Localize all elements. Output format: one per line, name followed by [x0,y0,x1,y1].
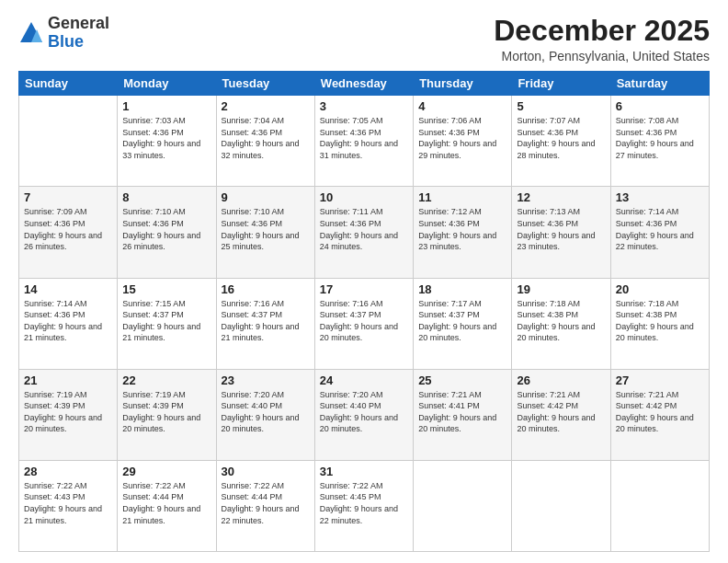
day-info: Sunrise: 7:22 AMSunset: 4:44 PMDaylight:… [122,480,210,526]
calendar-cell: 6Sunrise: 7:08 AMSunset: 4:36 PMDaylight… [610,96,709,187]
day-info: Sunrise: 7:18 AMSunset: 4:38 PMDaylight:… [517,298,605,344]
day-number: 17 [320,282,408,296]
day-info: Sunrise: 7:07 AMSunset: 4:36 PMDaylight:… [517,115,605,161]
day-number: 30 [222,465,310,478]
location: Morton, Pennsylvania, United States [494,49,710,63]
day-info: Sunrise: 7:20 AMSunset: 4:40 PMDaylight:… [320,389,408,435]
day-number: 18 [418,282,506,296]
day-info: Sunrise: 7:16 AMSunset: 4:37 PMDaylight:… [222,298,310,344]
day-number: 29 [122,465,210,478]
day-number: 26 [517,373,605,387]
day-number: 27 [616,373,704,387]
calendar-cell: 8Sunrise: 7:10 AMSunset: 4:36 PMDaylight… [118,187,216,278]
day-info: Sunrise: 7:22 AMSunset: 4:43 PMDaylight:… [24,480,112,526]
calendar-cell: 3Sunrise: 7:05 AMSunset: 4:36 PMDaylight… [314,96,413,187]
day-info: Sunrise: 7:14 AMSunset: 4:36 PMDaylight:… [24,298,112,344]
week-row-3: 21Sunrise: 7:19 AMSunset: 4:39 PMDayligh… [19,369,710,460]
calendar-cell: 19Sunrise: 7:18 AMSunset: 4:38 PMDayligh… [512,278,610,369]
day-info: Sunrise: 7:17 AMSunset: 4:37 PMDaylight:… [418,298,506,344]
day-info: Sunrise: 7:19 AMSunset: 4:39 PMDaylight:… [122,389,210,435]
page: General Blue December 2025 Morton, Penns… [0,0,728,563]
day-number: 24 [320,373,408,387]
day-number: 5 [517,99,605,113]
calendar-cell: 14Sunrise: 7:14 AMSunset: 4:36 PMDayligh… [19,278,118,369]
calendar-cell: 26Sunrise: 7:21 AMSunset: 4:42 PMDayligh… [512,369,610,460]
header: General Blue December 2025 Morton, Penns… [18,15,710,63]
day-info: Sunrise: 7:05 AMSunset: 4:36 PMDaylight:… [320,115,408,161]
day-info: Sunrise: 7:10 AMSunset: 4:36 PMDaylight:… [122,206,210,252]
header-saturday: Saturday [610,72,709,96]
day-number: 10 [320,190,408,204]
header-friday: Friday [512,72,610,96]
day-number: 21 [24,373,112,387]
day-number: 12 [517,190,605,204]
day-info: Sunrise: 7:13 AMSunset: 4:36 PMDaylight:… [517,206,605,252]
calendar-header-row: SundayMondayTuesdayWednesdayThursdayFrid… [19,72,710,96]
calendar-cell: 22Sunrise: 7:19 AMSunset: 4:39 PMDayligh… [118,369,216,460]
day-number: 6 [616,99,704,113]
calendar-cell [19,96,118,187]
day-number: 16 [222,282,310,296]
title-area: December 2025 Morton, Pennsylvania, Unit… [494,15,710,63]
header-monday: Monday [118,72,216,96]
calendar-cell: 2Sunrise: 7:04 AMSunset: 4:36 PMDaylight… [216,96,314,187]
day-info: Sunrise: 7:20 AMSunset: 4:40 PMDaylight:… [222,389,310,435]
calendar-cell: 5Sunrise: 7:07 AMSunset: 4:36 PMDaylight… [512,96,610,187]
day-number: 1 [122,99,210,113]
day-number: 11 [418,190,506,204]
logo-blue-text: Blue [48,32,84,51]
day-info: Sunrise: 7:11 AMSunset: 4:36 PMDaylight:… [320,206,408,252]
calendar-cell: 23Sunrise: 7:20 AMSunset: 4:40 PMDayligh… [216,369,314,460]
month-title: December 2025 [494,15,710,47]
day-info: Sunrise: 7:16 AMSunset: 4:37 PMDaylight:… [320,298,408,344]
calendar-cell: 24Sunrise: 7:20 AMSunset: 4:40 PMDayligh… [314,369,413,460]
calendar-cell: 12Sunrise: 7:13 AMSunset: 4:36 PMDayligh… [512,187,610,278]
day-number: 28 [24,465,112,478]
day-number: 2 [222,99,310,113]
calendar-cell: 17Sunrise: 7:16 AMSunset: 4:37 PMDayligh… [314,278,413,369]
day-info: Sunrise: 7:09 AMSunset: 4:36 PMDaylight:… [24,206,112,252]
day-info: Sunrise: 7:14 AMSunset: 4:36 PMDaylight:… [616,206,704,252]
day-number: 4 [418,99,506,113]
calendar-cell: 10Sunrise: 7:11 AMSunset: 4:36 PMDayligh… [314,187,413,278]
day-number: 13 [616,190,704,204]
day-info: Sunrise: 7:04 AMSunset: 4:36 PMDaylight:… [222,115,310,161]
day-number: 15 [122,282,210,296]
calendar-cell: 28Sunrise: 7:22 AMSunset: 4:43 PMDayligh… [19,460,118,551]
calendar-cell: 20Sunrise: 7:18 AMSunset: 4:38 PMDayligh… [610,278,709,369]
day-number: 31 [320,465,408,478]
day-info: Sunrise: 7:22 AMSunset: 4:45 PMDaylight:… [320,480,408,526]
logo-icon [18,20,44,46]
day-number: 14 [24,282,112,296]
day-number: 23 [222,373,310,387]
calendar-cell: 1Sunrise: 7:03 AMSunset: 4:36 PMDaylight… [118,96,216,187]
week-row-4: 28Sunrise: 7:22 AMSunset: 4:43 PMDayligh… [19,460,710,551]
day-info: Sunrise: 7:19 AMSunset: 4:39 PMDaylight:… [24,389,112,435]
day-info: Sunrise: 7:18 AMSunset: 4:38 PMDaylight:… [616,298,704,344]
calendar-cell: 25Sunrise: 7:21 AMSunset: 4:41 PMDayligh… [414,369,512,460]
calendar-cell: 16Sunrise: 7:16 AMSunset: 4:37 PMDayligh… [216,278,314,369]
logo: General Blue [18,15,109,52]
day-number: 19 [517,282,605,296]
week-row-1: 7Sunrise: 7:09 AMSunset: 4:36 PMDaylight… [19,187,710,278]
day-number: 22 [122,373,210,387]
calendar-cell: 30Sunrise: 7:22 AMSunset: 4:44 PMDayligh… [216,460,314,551]
day-number: 8 [122,190,210,204]
calendar-cell: 27Sunrise: 7:21 AMSunset: 4:42 PMDayligh… [610,369,709,460]
week-row-2: 14Sunrise: 7:14 AMSunset: 4:36 PMDayligh… [19,278,710,369]
day-info: Sunrise: 7:03 AMSunset: 4:36 PMDaylight:… [122,115,210,161]
day-number: 3 [320,99,408,113]
logo-general-text: General [48,14,109,32]
day-info: Sunrise: 7:12 AMSunset: 4:36 PMDaylight:… [418,206,506,252]
header-tuesday: Tuesday [216,72,314,96]
calendar-cell: 13Sunrise: 7:14 AMSunset: 4:36 PMDayligh… [610,187,709,278]
day-info: Sunrise: 7:08 AMSunset: 4:36 PMDaylight:… [616,115,704,161]
day-info: Sunrise: 7:10 AMSunset: 4:36 PMDaylight:… [222,206,310,252]
week-row-0: 1Sunrise: 7:03 AMSunset: 4:36 PMDaylight… [19,96,710,187]
day-number: 20 [616,282,704,296]
day-number: 25 [418,373,506,387]
calendar-cell [512,460,610,551]
calendar-cell: 9Sunrise: 7:10 AMSunset: 4:36 PMDaylight… [216,187,314,278]
day-info: Sunrise: 7:06 AMSunset: 4:36 PMDaylight:… [418,115,506,161]
day-info: Sunrise: 7:21 AMSunset: 4:42 PMDaylight:… [616,389,704,435]
